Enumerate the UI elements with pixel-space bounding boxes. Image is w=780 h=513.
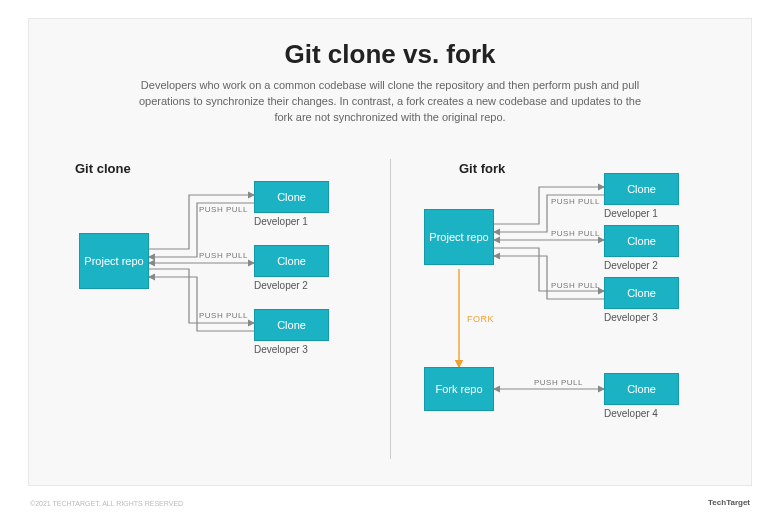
right-fork-repo-box: Fork repo [424,367,494,411]
right-project-repo-text: Project repo [429,231,488,243]
left-clone-caption-1: Developer 1 [254,216,308,227]
right-clone-caption-4: Developer 4 [604,408,658,419]
right-edge-label-2: PUSH PULL [551,229,600,238]
right-edge-label-1: PUSH PULL [551,197,600,206]
right-clone-text-2: Clone [627,235,656,247]
right-edge-label-4: PUSH PULL [534,378,583,387]
left-clone-caption-3: Developer 3 [254,344,308,355]
right-clone-text-1: Clone [627,183,656,195]
left-project-repo-box: Project repo [79,233,149,289]
left-section-label: Git clone [75,161,131,176]
left-clone-text-1: Clone [277,191,306,203]
left-clone-caption-2: Developer 2 [254,280,308,291]
center-divider [390,159,391,459]
right-clone-box-4: Clone [604,373,679,405]
footer-copyright: ©2021 TECHTARGET. ALL RIGHTS RESERVED [30,500,183,507]
right-clone-box-3: Clone [604,277,679,309]
right-fork-repo-text: Fork repo [435,383,482,395]
left-edge-label-1: PUSH PULL [199,205,248,214]
right-clone-text-3: Clone [627,287,656,299]
left-clone-text-3: Clone [277,319,306,331]
left-clone-box-3: Clone [254,309,329,341]
right-clone-text-4: Clone [627,383,656,395]
right-section-label: Git fork [459,161,505,176]
left-clone-text-2: Clone [277,255,306,267]
left-edge-label-2: PUSH PULL [199,251,248,260]
right-edge-label-3: PUSH PULL [551,281,600,290]
right-clone-caption-1: Developer 1 [604,208,658,219]
right-clone-caption-2: Developer 2 [604,260,658,271]
right-project-repo-box: Project repo [424,209,494,265]
right-clone-caption-3: Developer 3 [604,312,658,323]
right-clone-box-1: Clone [604,173,679,205]
diagram-title: Git clone vs. fork [29,39,751,70]
left-clone-box-1: Clone [254,181,329,213]
diagram-subtitle: Developers who work on a common codebase… [130,78,650,126]
left-clone-box-2: Clone [254,245,329,277]
fork-edge-label: FORK [467,314,494,324]
left-edge-label-3: PUSH PULL [199,311,248,320]
left-project-repo-text: Project repo [84,255,143,267]
diagram-canvas: Git clone vs. fork Developers who work o… [28,18,752,486]
right-clone-box-2: Clone [604,225,679,257]
footer-brand-text: TechTarget [708,498,750,507]
footer-brand: TechTarget [708,498,750,507]
